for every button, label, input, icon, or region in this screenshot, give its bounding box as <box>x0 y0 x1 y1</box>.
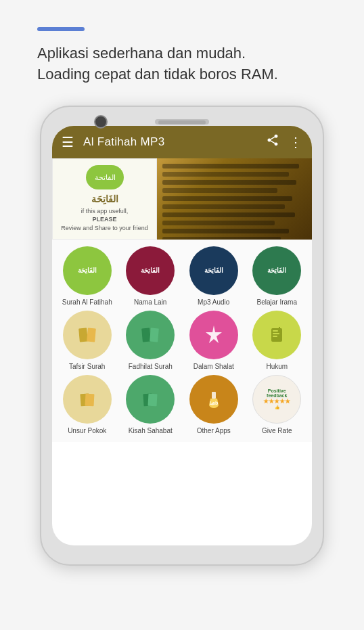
svg-rect-9 <box>273 336 277 337</box>
surah-al-fatihah-label: Surah Al Fatihah <box>62 298 112 307</box>
nama-lain-label: Nama Lain <box>134 298 166 307</box>
top-section: Aplikasi sederhana dan mudah. Loading ce… <box>0 0 364 99</box>
share-icon[interactable] <box>266 133 279 150</box>
tafsir-surah-icon <box>63 311 112 359</box>
hukum-icon <box>252 311 301 359</box>
nama-lain-icon: الفَاتِحَة <box>126 246 175 295</box>
belajar-irama-icon: الفَاتِحَة <box>252 246 301 295</box>
phone-screen: ☰ Al Fatihah MP3 ⋮ الفاتحة الفَاتِحَة <box>52 126 312 545</box>
mp3-audio-label: Mp3 Audio <box>198 298 229 307</box>
unsur-pokok-icon <box>63 375 112 424</box>
svg-rect-3 <box>141 328 151 342</box>
svg-rect-8 <box>273 333 279 334</box>
svg-rect-14 <box>212 392 216 399</box>
svg-text:Lab: Lab <box>210 401 218 405</box>
grid-item-tafsir-surah[interactable]: Tafsir Surah <box>58 311 117 371</box>
banner-right <box>157 158 312 240</box>
grid-item-give-rate[interactable]: Positive feedback ★★★★★ 👍 Give Rate <box>248 375 307 435</box>
banner-arabic: الفَاتِحَة <box>91 194 118 204</box>
dalam-shalat-icon <box>189 311 238 359</box>
grid-item-other-apps[interactable]: Lab Other Apps <box>184 375 244 435</box>
toolbar-title: Al Fatihah MP3 <box>83 135 266 149</box>
mp3-audio-icon: الفَاتِحَة <box>189 246 238 295</box>
grid-item-surah-al-fatihah[interactable]: الفَاتِحَة Surah Al Fatihah <box>58 246 117 307</box>
unsur-pokok-label: Unsur Pokok <box>68 427 106 435</box>
tagline-line2: Loading cepat dan tidak boros RAM. <box>37 66 278 83</box>
svg-rect-13 <box>148 393 158 406</box>
fadhilat-surah-icon <box>126 311 175 359</box>
grid-item-hukum[interactable]: Hukum <box>248 311 307 371</box>
app-toolbar: ☰ Al Fatihah MP3 ⋮ <box>52 126 312 158</box>
more-icon[interactable]: ⋮ <box>289 134 302 150</box>
svg-rect-1 <box>78 328 88 342</box>
svg-text:الفاتحة: الفاتحة <box>94 173 115 181</box>
svg-rect-4 <box>150 328 159 342</box>
phone-speaker <box>158 120 206 125</box>
other-apps-label: Other Apps <box>197 427 231 435</box>
svg-rect-7 <box>273 330 278 332</box>
grid-item-mp3-audio[interactable]: الفَاتِحَة Mp3 Audio <box>184 246 244 307</box>
accent-bar <box>37 27 85 31</box>
kisah-sahabat-label: Kisah Sahabat <box>129 427 173 435</box>
phone-camera <box>94 115 108 129</box>
surah-al-fatihah-icon: الفَاتِحَة <box>63 246 112 295</box>
grid-item-belajar-irama[interactable]: الفَاتِحَة Belajar Irama <box>248 246 307 307</box>
svg-rect-11 <box>85 393 94 406</box>
grid-item-fadhilat-surah[interactable]: Fadhilat Surah <box>121 311 181 371</box>
give-rate-icon: Positive feedback ★★★★★ 👍 <box>252 375 301 424</box>
banner-text: if this app usefull, PLEASE Review and S… <box>61 207 148 233</box>
belajar-irama-label: Belajar Irama <box>257 298 297 307</box>
banner-left: الفاتحة الفَاتِحَة if this app usefull, … <box>52 158 157 240</box>
other-apps-icon: Lab <box>189 375 238 424</box>
app-banner: الفاتحة الفَاتِحَة if this app usefull, … <box>52 158 312 240</box>
kisah-sahabat-icon <box>126 375 175 424</box>
hukum-label: Hukum <box>266 363 288 371</box>
app-grid: الفَاتِحَة Surah Al Fatihah الفَاتِحَة N… <box>52 240 312 442</box>
tagline: Aplikasi sederhana dan mudah. Loading ce… <box>37 43 327 85</box>
grid-item-unsur-pokok[interactable]: Unsur Pokok <box>58 375 117 435</box>
grid-item-nama-lain[interactable]: الفَاتِحَة Nama Lain <box>121 246 181 307</box>
svg-marker-5 <box>206 325 222 343</box>
tagline-line1: Aplikasi sederhana dan mudah. <box>37 45 246 62</box>
give-rate-label: Give Rate <box>262 427 292 435</box>
svg-rect-2 <box>87 328 96 342</box>
tafsir-surah-label: Tafsir Surah <box>69 363 105 371</box>
fadhilat-surah-label: Fadhilat Surah <box>129 363 173 371</box>
menu-icon[interactable]: ☰ <box>62 134 74 150</box>
grid-item-kisah-sahabat[interactable]: Kisah Sahabat <box>121 375 181 435</box>
dalam-shalat-label: Dalam Shalat <box>194 363 234 371</box>
phone-frame: ☰ Al Fatihah MP3 ⋮ الفاتحة الفَاتِحَة <box>40 106 324 566</box>
grid-item-dalam-shalat[interactable]: Dalam Shalat <box>184 311 244 371</box>
